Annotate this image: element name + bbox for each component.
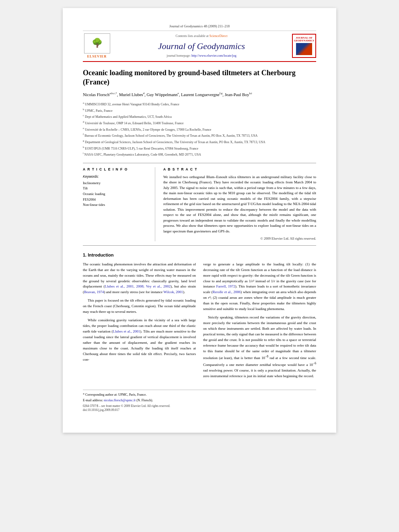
elsevier-wordmark: ELSEVIER <box>87 54 107 59</box>
keyword-inclinometry: Inclinometry <box>83 181 148 186</box>
journal-reference: Journal of Geodynamics 48 (2009) 211–218 <box>83 24 316 31</box>
copyright-line: © 2009 Elsevier Ltd. All rights reserved… <box>163 236 316 241</box>
footnotes: * Corresponding author at: UPMC, Paris, … <box>83 390 316 412</box>
abstract-heading: A B S T R A C T <box>163 167 316 172</box>
journal-title-block: Contents lists available at ScienceDirec… <box>111 34 292 58</box>
keyword-nonlinear-tides: Non-linear tides <box>83 202 148 208</box>
ref-llubes-2001[interactable]: Llubes et al., 2001, 2008; Vey et al., 2… <box>105 284 171 288</box>
email-note: E-mail address: nicolas.florsch@upmc.fr … <box>83 398 316 403</box>
homepage-url[interactable]: http://www.elsevier.com/locate/jog <box>191 54 237 58</box>
contents-available-line: Contents lists available at ScienceDirec… <box>111 34 292 38</box>
homepage-line: journal homepage: http://www.elsevier.co… <box>111 53 292 58</box>
contents-label: Contents lists available at <box>176 34 209 38</box>
section-1-title: 1. Introduction <box>83 252 316 258</box>
geodynamics-logo: JOURNAL OFGEODYNAMICS <box>292 34 316 58</box>
geodynamics-logo-image <box>296 43 312 55</box>
issn-line: 0264-3707/$ – see front matter © 2009 El… <box>83 404 316 409</box>
intro-para-4: verge to generate a large amplitude to t… <box>203 262 316 312</box>
affil-b: b UPMC, Paris, France <box>83 107 316 113</box>
elsevier-logo-box: 🌳 <box>84 33 110 53</box>
intro-para-1: The oceanic loading phenomenon involves … <box>83 262 196 296</box>
journal-title: Journal of Geodynamics <box>111 40 292 53</box>
homepage-label: journal homepage: <box>167 54 191 58</box>
keyword-tilt: Tilt <box>83 186 148 191</box>
abstract-text: We installed two orthogonal Blum–Esnoult… <box>163 175 316 234</box>
keyword-fes2004: FES2004 <box>83 197 148 203</box>
section-1: 1. Introduction The oceanic loading phen… <box>83 252 316 382</box>
intro-para-2: This paper is focused on the tilt effect… <box>83 298 196 315</box>
corresponding-author-note: * Corresponding author at: UPMC, Paris, … <box>83 392 316 397</box>
email-label: E-mail address: <box>83 398 103 402</box>
geodynamics-label: JOURNAL OFGEODYNAMICS <box>294 36 314 43</box>
journal-ref-text: Journal of Geodynamics 48 (2009) 211–218 <box>169 24 230 28</box>
affil-f: f Bureau of Economic Geology, Jackson Sc… <box>83 132 316 138</box>
ref-rerolle[interactable]: Rerolle et al., 2006 <box>213 290 241 294</box>
article-page: Journal of Geodynamics 48 (2009) 211–218… <box>63 8 336 433</box>
email-link[interactable]: nicolas.florsch@upmc.fr <box>104 398 136 402</box>
section-1-col2: verge to generate a large amplitude to t… <box>203 262 316 382</box>
elsevier-tree-icon: 🌳 <box>92 37 103 49</box>
affil-e: e Université de la Rochelle – CNRS, LIEN… <box>83 126 316 132</box>
keywords-label: Keywords: <box>83 175 148 179</box>
affil-a: a UMMISCO/IRD 32, avenue Henri Varagnat … <box>83 101 316 107</box>
section-1-col1: The oceanic loading phenomenon involves … <box>83 262 196 382</box>
corresponding-label: * Corresponding author at: UPMC, Paris, … <box>83 393 146 396</box>
keywords-list: Inclinometry Tilt Oceanic loading FES200… <box>83 181 148 208</box>
intro-para-5: Strictly speaking, tiltmeters record the… <box>203 315 316 379</box>
journal-header: 🌳 ELSEVIER Contents lists available at S… <box>83 33 316 59</box>
article-info-column: A R T I C L E I N F O Keywords: Inclinom… <box>83 167 155 241</box>
keyword-oceanic-loading: Oceanic loading <box>83 191 148 197</box>
affiliations-block: a UMMISCO/IRD 32, avenue Henri Varagnat … <box>83 101 316 157</box>
article-info-heading: A R T I C L E I N F O <box>83 167 148 172</box>
affil-h: h EOST/IPGS (UMR 7516 CNRS-ULP), 5 rue R… <box>83 145 316 151</box>
affil-i: i NASA GSFC, Planetary Geodynamics Labor… <box>83 151 316 157</box>
abstract-column: A B S T R A C T We installed two orthogo… <box>163 167 316 241</box>
affil-g: g Department of Geological Sciences, Jac… <box>83 139 316 145</box>
authors-line: Nicolas Florscha,b,c,*, Muriel Llubesd, … <box>83 91 316 98</box>
elsevier-logo: 🌳 ELSEVIER <box>83 33 111 59</box>
ref-wilcok[interactable]: Wilcok, 2001 <box>163 290 183 294</box>
intro-para-3: While considering gravity variations in … <box>83 318 196 363</box>
affil-d: d Université de Toulouse, OMP 14 av, Edo… <box>83 120 316 126</box>
ref-llubes-2001-2[interactable]: Llubes et al., 2001 <box>113 329 140 333</box>
article-title: Oceanic loading monitored by ground-base… <box>83 68 316 87</box>
header-divider <box>83 61 316 62</box>
affil-c: c Dept of Mathematics and Applied Mathem… <box>83 113 316 119</box>
info-abstract-section: A R T I C L E I N F O Keywords: Inclinom… <box>83 163 316 246</box>
ref-beavan[interactable]: Beavan, 1974 <box>84 290 104 294</box>
ref-farrell[interactable]: Farrell, 1972 <box>216 284 235 288</box>
email-note-author: (N. Florsch). <box>136 398 153 402</box>
section-1-body: The oceanic loading phenomenon involves … <box>83 262 316 382</box>
doi-line: doi:10.1016/j.jog.2009.09.017 <box>83 408 316 413</box>
sciencedirect-link[interactable]: ScienceDirect <box>210 34 228 38</box>
